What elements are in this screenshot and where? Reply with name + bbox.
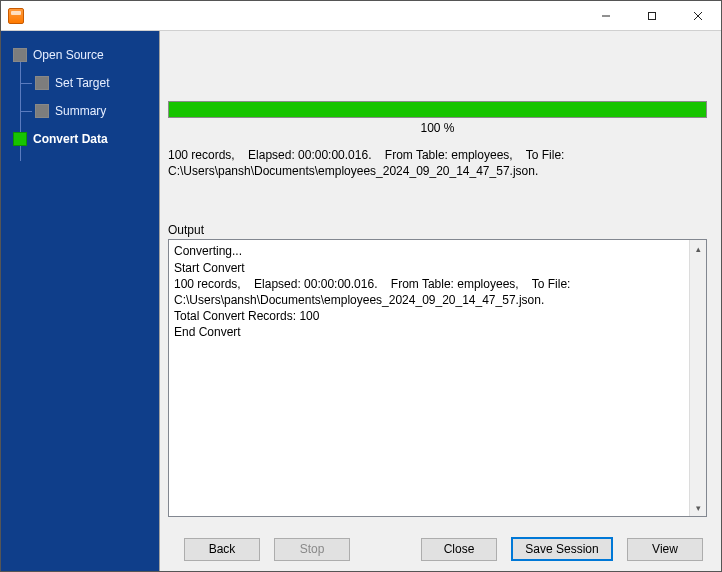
- titlebar: [1, 1, 721, 31]
- view-button[interactable]: View: [627, 538, 703, 561]
- sidebar-item-summary[interactable]: Summary: [1, 97, 159, 125]
- step-icon: [35, 104, 49, 118]
- progress-bar: [168, 101, 707, 118]
- step-label: Summary: [55, 104, 106, 118]
- step-icon: [35, 76, 49, 90]
- close-button[interactable]: Close: [421, 538, 497, 561]
- sidebar-item-set-target[interactable]: Set Target: [1, 69, 159, 97]
- output-label: Output: [168, 223, 707, 237]
- main-panel: 100 % 100 records, Elapsed: 00:00:00.016…: [159, 31, 721, 571]
- step-icon: [13, 132, 27, 146]
- status-text: 100 records, Elapsed: 00:00:00.016. From…: [168, 147, 707, 179]
- back-button[interactable]: Back: [184, 538, 260, 561]
- progress-percent: 100 %: [168, 121, 707, 135]
- minimize-button[interactable]: [583, 1, 629, 31]
- stop-button: Stop: [274, 538, 350, 561]
- output-text[interactable]: Converting... Start Convert 100 records,…: [169, 240, 689, 516]
- svg-rect-1: [649, 12, 656, 19]
- button-row: Back Stop Close Save Session View: [160, 527, 721, 571]
- app-icon: [8, 8, 24, 24]
- scroll-up-icon[interactable]: ▴: [690, 240, 707, 257]
- step-label: Open Source: [33, 48, 104, 62]
- step-icon: [13, 48, 27, 62]
- output-scrollbar[interactable]: ▴ ▾: [689, 240, 706, 516]
- sidebar-item-convert-data[interactable]: Convert Data: [1, 125, 159, 153]
- wizard-sidebar: Open Source Set Target Summary Convert D…: [1, 31, 159, 571]
- maximize-button[interactable]: [629, 1, 675, 31]
- scroll-down-icon[interactable]: ▾: [690, 499, 707, 516]
- close-window-button[interactable]: [675, 1, 721, 31]
- step-label: Convert Data: [33, 132, 108, 146]
- sidebar-item-open-source[interactable]: Open Source: [1, 41, 159, 69]
- save-session-button[interactable]: Save Session: [511, 537, 613, 561]
- step-label: Set Target: [55, 76, 109, 90]
- output-box: Converting... Start Convert 100 records,…: [168, 239, 707, 517]
